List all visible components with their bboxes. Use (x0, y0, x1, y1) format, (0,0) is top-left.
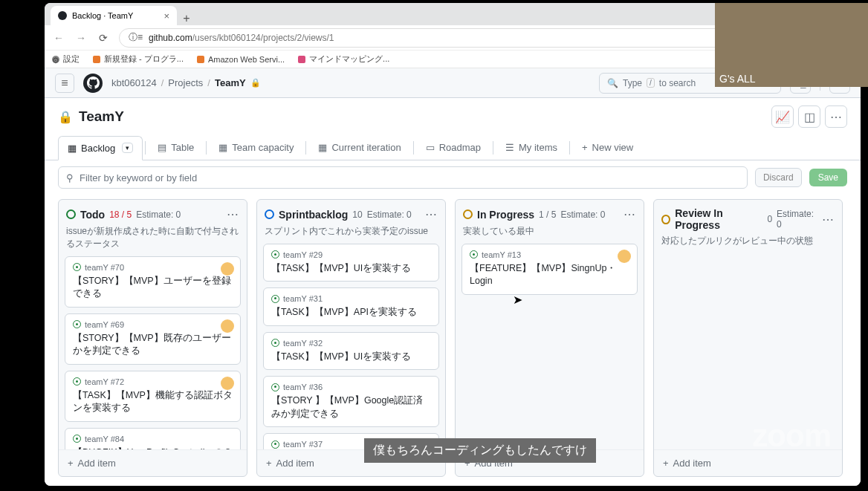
kbd-hint: / (647, 78, 655, 88)
more-button[interactable]: ⋯ (825, 105, 847, 128)
issue-card[interactable]: teamY #32 【TASK】【MVP】UIを実装する (263, 332, 439, 371)
card-title: 【STORY 】【MVP】Google認証済みか判定できる (271, 394, 431, 420)
site-info-icon[interactable]: ⓘ≡ (129, 31, 143, 44)
card-ref: teamY #31 (271, 294, 431, 303)
bookmark-icon (93, 56, 100, 63)
reload-button[interactable]: ⟳ (97, 32, 110, 44)
card-title: 【TASK】【MVP】APIを実装する (271, 306, 431, 319)
view-tab-team-capacity[interactable]: ▦Team capacity (209, 135, 303, 160)
column-title: In Progress (477, 209, 534, 221)
view-tab-current-iteration[interactable]: ▦Current iteration (308, 135, 410, 160)
column-estimate: Estimate: 0 (777, 209, 817, 230)
card-title: 【TASK】【MVP】機能する認証ボタンを実装する (73, 389, 233, 415)
close-icon[interactable]: × (163, 10, 169, 22)
column-title: Sprintbacklog (279, 209, 348, 221)
table-icon: ▤ (158, 142, 166, 153)
column-description: スプリント内でこれから実装予定のissue (257, 225, 445, 244)
lock-icon: 🔒 (250, 78, 261, 88)
column-title: Review In Progress (675, 207, 762, 231)
issue-card[interactable]: teamY #72 【TASK】【MVP】機能する認証ボタンを実装する (65, 371, 241, 422)
card-ref: teamY #13 (470, 250, 629, 259)
status-icon (661, 215, 670, 224)
breadcrumb: kbt060124 / Projects / TeamY 🔒 (111, 77, 261, 88)
bookmark-icon (298, 56, 305, 63)
open-issue-icon (271, 383, 279, 391)
issue-card[interactable]: teamY #31 【TASK】【MVP】APIを実装する (263, 287, 439, 326)
list-icon: ☰ (505, 142, 514, 153)
cursor-icon: ➤ (513, 293, 522, 307)
card-title: 【TASK】【MVP】UIを実装する (271, 351, 431, 364)
crumb-projects[interactable]: Projects (168, 77, 203, 88)
issue-card[interactable]: teamY #84 【BUGFIX】UserProfileControllerの… (65, 428, 241, 449)
bookmark-item[interactable]: マインドマッピング... (298, 53, 389, 65)
bookmark-item[interactable]: Amazon Web Servi... (197, 55, 285, 64)
plus-icon: + (68, 458, 74, 469)
favicon-icon (58, 11, 67, 20)
lock-icon: 🔒 (58, 110, 73, 124)
assignee-avatar[interactable] (618, 250, 631, 263)
new-view-button[interactable]: +New view (572, 135, 643, 160)
card-title: 【TASK】【MVP】UIを実装する (271, 262, 431, 276)
issue-card[interactable]: teamY #69 【STORY】【MVP】既存のユーザーかを判定できる (65, 313, 241, 365)
column-count: 0 (767, 214, 772, 224)
browser-tab[interactable]: Backlog · TeamY × (51, 6, 177, 25)
crumb-project[interactable]: TeamY (215, 77, 246, 88)
view-tab-table[interactable]: ▤Table (148, 135, 204, 160)
iteration-icon: ▦ (318, 142, 327, 153)
assignee-avatar[interactable] (221, 377, 234, 390)
column-menu-button[interactable]: ⋯ (822, 212, 835, 227)
column-count: 10 (352, 209, 362, 220)
details-button[interactable]: ◫ (798, 105, 820, 128)
card-ref: teamY #84 (73, 435, 233, 443)
webcam-pip: G's ALL (715, 3, 868, 87)
filter-row: ⚲ Filter by keyword or by field Discard … (45, 160, 861, 195)
view-tab-my-items[interactable]: ☰My items (496, 135, 567, 160)
forward-button[interactable]: → (74, 32, 88, 44)
assignee-avatar[interactable] (221, 262, 234, 276)
filter-input[interactable]: ⚲ Filter by keyword or by field (58, 166, 748, 189)
issue-card[interactable]: teamY #70 【STORY】【MVP】ユーザーを登録できる (65, 256, 241, 308)
assignee-avatar[interactable] (221, 319, 234, 333)
crumb-user[interactable]: kbt060124 (111, 77, 157, 88)
column-estimate: Estimate: 0 (560, 209, 605, 220)
card-ref: teamY #32 (271, 339, 431, 348)
save-button[interactable]: Save (809, 169, 847, 186)
bookmark-settings[interactable]: ⚙設定 (52, 53, 80, 65)
column-menu-button[interactable]: ⋯ (624, 207, 636, 221)
status-icon (66, 209, 76, 219)
card-title: 【BUGFIX】UserProfileControllerの２重インポート (73, 446, 233, 449)
insights-button[interactable]: 📈 (771, 105, 794, 128)
discard-button[interactable]: Discard (755, 168, 802, 187)
view-tab-roadmap[interactable]: ▭Roadmap (416, 135, 490, 160)
column-estimate: Estimate: 0 (136, 209, 181, 220)
people-icon: ▦ (218, 142, 227, 153)
pip-label: G's ALL (719, 73, 756, 85)
tab-title: Backlog · TeamY (72, 11, 133, 20)
issue-card[interactable]: teamY #36 【STORY 】【MVP】Google認証済みか判定できる (263, 376, 439, 427)
back-button[interactable]: ← (52, 32, 65, 44)
column-description: issueが新規作成された時に自動で付与されるステータス (59, 225, 247, 256)
plus-icon: + (582, 142, 588, 153)
card-title: 【STORY】【MVP】ユーザーを登録できる (73, 275, 233, 301)
chevron-down-icon[interactable]: ▾ (122, 143, 133, 153)
open-issue-icon (73, 263, 81, 271)
open-issue-icon (470, 250, 478, 258)
open-issue-icon (73, 435, 81, 443)
new-tab-button[interactable]: + (177, 12, 196, 25)
card-ref: teamY #70 (73, 263, 233, 272)
issue-card[interactable]: teamY #29 【TASK】【MVP】UIを実装する (263, 244, 439, 282)
column-description: 実装している最中 (456, 225, 644, 244)
open-issue-icon (73, 320, 81, 328)
issue-card[interactable]: teamY #13 【FEATURE】【MVP】SingnUp・Login (461, 244, 638, 295)
column-estimate: Estimate: 0 (367, 209, 412, 220)
status-icon (463, 209, 473, 219)
column-menu-button[interactable]: ⋯ (425, 207, 438, 221)
column-title: Todo (80, 209, 105, 221)
view-tab-backlog[interactable]: ▦ Backlog ▾ (58, 136, 143, 160)
menu-button[interactable]: ≡ (55, 74, 74, 93)
add-item-button[interactable]: + Add item (59, 449, 247, 476)
bookmark-item[interactable]: 新規登録 - プログラ... (93, 53, 184, 65)
plus-icon: + (266, 458, 272, 469)
github-logo[interactable] (83, 74, 103, 93)
column-menu-button[interactable]: ⋯ (227, 207, 239, 221)
